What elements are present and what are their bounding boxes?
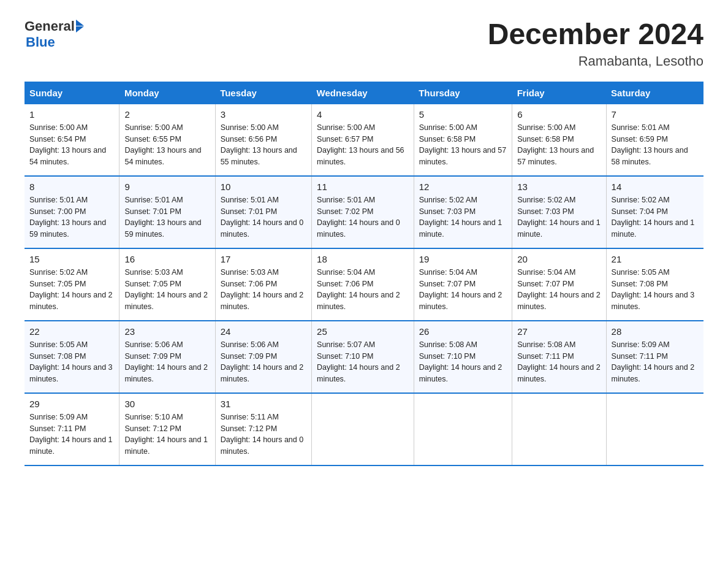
day-number: 7 xyxy=(612,109,699,120)
day-info: Sunrise: 5:09 AM Sunset: 7:11 PM Dayligh… xyxy=(612,339,699,385)
day-info: Sunrise: 5:08 AM Sunset: 7:10 PM Dayligh… xyxy=(419,339,507,385)
day-number: 29 xyxy=(29,399,114,409)
day-info: Sunrise: 5:00 AM Sunset: 6:57 PM Dayligh… xyxy=(317,122,409,168)
day-number: 21 xyxy=(612,254,699,264)
calendar-cell: 26 Sunrise: 5:08 AM Sunset: 7:10 PM Dayl… xyxy=(414,321,512,393)
day-number: 6 xyxy=(517,109,601,120)
day-info: Sunrise: 5:01 AM Sunset: 7:02 PM Dayligh… xyxy=(317,194,409,240)
day-number: 19 xyxy=(419,254,507,264)
calendar-cell: 27 Sunrise: 5:08 AM Sunset: 7:11 PM Dayl… xyxy=(512,321,606,393)
logo-general-text: General xyxy=(25,18,75,34)
day-info: Sunrise: 5:02 AM Sunset: 7:05 PM Dayligh… xyxy=(29,267,114,313)
page-header: General Blue December 2024 Ramabanta, Le… xyxy=(25,18,703,69)
calendar-cell: 10 Sunrise: 5:01 AM Sunset: 7:01 PM Dayl… xyxy=(215,176,311,248)
day-info: Sunrise: 5:05 AM Sunset: 7:08 PM Dayligh… xyxy=(612,267,699,313)
calendar-cell: 20 Sunrise: 5:04 AM Sunset: 7:07 PM Dayl… xyxy=(512,248,606,321)
calendar-week-row: 29 Sunrise: 5:09 AM Sunset: 7:11 PM Dayl… xyxy=(25,393,703,465)
calendar-cell: 23 Sunrise: 5:06 AM Sunset: 7:09 PM Dayl… xyxy=(119,321,215,393)
col-saturday: Saturday xyxy=(606,82,703,104)
page-subtitle: Ramabanta, Lesotho xyxy=(488,53,703,69)
col-sunday: Sunday xyxy=(25,82,119,104)
day-info: Sunrise: 5:06 AM Sunset: 7:09 PM Dayligh… xyxy=(221,339,306,385)
day-info: Sunrise: 5:01 AM Sunset: 7:01 PM Dayligh… xyxy=(221,194,306,240)
logo-blue-text: Blue xyxy=(26,34,55,50)
day-info: Sunrise: 5:11 AM Sunset: 7:12 PM Dayligh… xyxy=(221,412,306,458)
calendar-cell: 16 Sunrise: 5:03 AM Sunset: 7:05 PM Dayl… xyxy=(119,248,215,321)
day-info: Sunrise: 5:04 AM Sunset: 7:07 PM Dayligh… xyxy=(517,267,601,313)
calendar-week-row: 8 Sunrise: 5:01 AM Sunset: 7:00 PM Dayli… xyxy=(25,176,703,248)
day-number: 5 xyxy=(419,109,507,120)
day-number: 24 xyxy=(221,326,306,337)
calendar-cell: 11 Sunrise: 5:01 AM Sunset: 7:02 PM Dayl… xyxy=(312,176,414,248)
day-number: 23 xyxy=(124,326,210,337)
day-number: 12 xyxy=(419,182,507,192)
calendar-cell: 19 Sunrise: 5:04 AM Sunset: 7:07 PM Dayl… xyxy=(414,248,512,321)
day-number: 3 xyxy=(221,109,306,120)
day-info: Sunrise: 5:06 AM Sunset: 7:09 PM Dayligh… xyxy=(124,339,210,385)
calendar-cell: 9 Sunrise: 5:01 AM Sunset: 7:01 PM Dayli… xyxy=(119,176,215,248)
calendar-cell: 15 Sunrise: 5:02 AM Sunset: 7:05 PM Dayl… xyxy=(25,248,119,321)
calendar-cell: 8 Sunrise: 5:01 AM Sunset: 7:00 PM Dayli… xyxy=(25,176,119,248)
day-info: Sunrise: 5:01 AM Sunset: 7:01 PM Dayligh… xyxy=(124,194,210,240)
calendar-week-row: 22 Sunrise: 5:05 AM Sunset: 7:08 PM Dayl… xyxy=(25,321,703,393)
calendar-cell: 2 Sunrise: 5:00 AM Sunset: 6:55 PM Dayli… xyxy=(119,104,215,176)
day-info: Sunrise: 5:03 AM Sunset: 7:05 PM Dayligh… xyxy=(124,267,210,313)
calendar-table: Sunday Monday Tuesday Wednesday Thursday… xyxy=(25,82,703,466)
col-tuesday: Tuesday xyxy=(215,82,311,104)
day-info: Sunrise: 5:00 AM Sunset: 6:56 PM Dayligh… xyxy=(221,122,306,168)
calendar-cell: 30 Sunrise: 5:10 AM Sunset: 7:12 PM Dayl… xyxy=(119,393,215,465)
calendar-week-row: 15 Sunrise: 5:02 AM Sunset: 7:05 PM Dayl… xyxy=(25,248,703,321)
title-block: December 2024 Ramabanta, Lesotho xyxy=(488,18,703,69)
logo: General Blue xyxy=(25,18,84,50)
calendar-cell: 22 Sunrise: 5:05 AM Sunset: 7:08 PM Dayl… xyxy=(25,321,119,393)
calendar-cell: 12 Sunrise: 5:02 AM Sunset: 7:03 PM Dayl… xyxy=(414,176,512,248)
page-title: December 2024 xyxy=(488,18,703,51)
day-info: Sunrise: 5:09 AM Sunset: 7:11 PM Dayligh… xyxy=(29,412,114,458)
day-info: Sunrise: 5:07 AM Sunset: 7:10 PM Dayligh… xyxy=(317,339,409,385)
day-number: 30 xyxy=(124,399,210,409)
calendar-cell xyxy=(414,393,512,465)
day-number: 9 xyxy=(124,182,210,192)
calendar-cell xyxy=(512,393,606,465)
calendar-cell: 18 Sunrise: 5:04 AM Sunset: 7:06 PM Dayl… xyxy=(312,248,414,321)
calendar-cell: 25 Sunrise: 5:07 AM Sunset: 7:10 PM Dayl… xyxy=(312,321,414,393)
calendar-cell: 4 Sunrise: 5:00 AM Sunset: 6:57 PM Dayli… xyxy=(312,104,414,176)
day-info: Sunrise: 5:01 AM Sunset: 7:00 PM Dayligh… xyxy=(29,194,114,240)
calendar-header-row: Sunday Monday Tuesday Wednesday Thursday… xyxy=(25,82,703,104)
day-number: 28 xyxy=(612,326,699,337)
day-number: 2 xyxy=(124,109,210,120)
calendar-cell: 29 Sunrise: 5:09 AM Sunset: 7:11 PM Dayl… xyxy=(25,393,119,465)
calendar-cell: 31 Sunrise: 5:11 AM Sunset: 7:12 PM Dayl… xyxy=(215,393,311,465)
calendar-cell: 14 Sunrise: 5:02 AM Sunset: 7:04 PM Dayl… xyxy=(606,176,703,248)
calendar-cell: 3 Sunrise: 5:00 AM Sunset: 6:56 PM Dayli… xyxy=(215,104,311,176)
calendar-cell: 13 Sunrise: 5:02 AM Sunset: 7:03 PM Dayl… xyxy=(512,176,606,248)
calendar-cell: 24 Sunrise: 5:06 AM Sunset: 7:09 PM Dayl… xyxy=(215,321,311,393)
day-info: Sunrise: 5:02 AM Sunset: 7:03 PM Dayligh… xyxy=(419,194,507,240)
day-number: 18 xyxy=(317,254,409,264)
day-number: 15 xyxy=(29,254,114,264)
calendar-cell: 21 Sunrise: 5:05 AM Sunset: 7:08 PM Dayl… xyxy=(606,248,703,321)
calendar-cell: 17 Sunrise: 5:03 AM Sunset: 7:06 PM Dayl… xyxy=(215,248,311,321)
day-info: Sunrise: 5:00 AM Sunset: 6:58 PM Dayligh… xyxy=(517,122,601,168)
day-info: Sunrise: 5:04 AM Sunset: 7:06 PM Dayligh… xyxy=(317,267,409,313)
day-number: 25 xyxy=(317,326,409,337)
day-number: 20 xyxy=(517,254,601,264)
col-monday: Monday xyxy=(119,82,215,104)
calendar-week-row: 1 Sunrise: 5:00 AM Sunset: 6:54 PM Dayli… xyxy=(25,104,703,176)
day-number: 11 xyxy=(317,182,409,192)
day-number: 26 xyxy=(419,326,507,337)
day-info: Sunrise: 5:00 AM Sunset: 6:54 PM Dayligh… xyxy=(29,122,114,168)
col-wednesday: Wednesday xyxy=(312,82,414,104)
calendar-cell xyxy=(606,393,703,465)
day-number: 13 xyxy=(517,182,601,192)
day-number: 17 xyxy=(221,254,306,264)
col-friday: Friday xyxy=(512,82,606,104)
day-number: 1 xyxy=(29,109,114,120)
calendar-cell: 28 Sunrise: 5:09 AM Sunset: 7:11 PM Dayl… xyxy=(606,321,703,393)
day-info: Sunrise: 5:02 AM Sunset: 7:04 PM Dayligh… xyxy=(612,194,699,240)
day-info: Sunrise: 5:01 AM Sunset: 6:59 PM Dayligh… xyxy=(612,122,699,168)
day-info: Sunrise: 5:05 AM Sunset: 7:08 PM Dayligh… xyxy=(29,339,114,385)
calendar-cell: 1 Sunrise: 5:00 AM Sunset: 6:54 PM Dayli… xyxy=(25,104,119,176)
day-number: 10 xyxy=(221,182,306,192)
col-thursday: Thursday xyxy=(414,82,512,104)
